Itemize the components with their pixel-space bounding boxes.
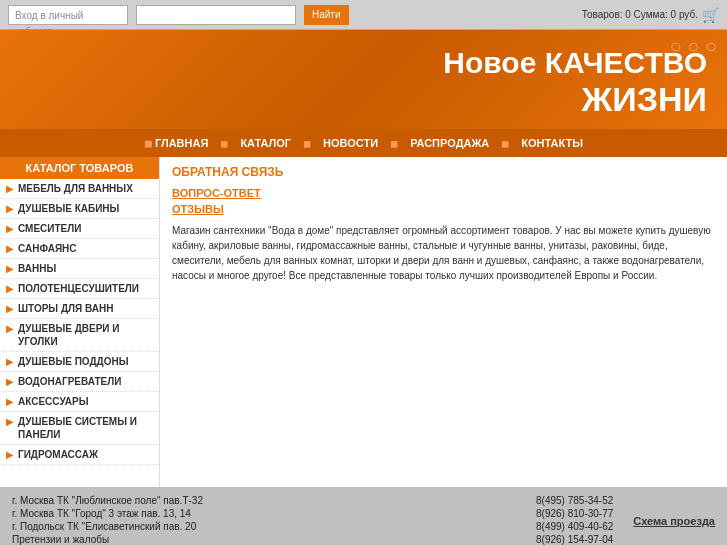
sidebar-item-icon: ▶ [6,356,14,367]
sidebar-item-icon: ▶ [6,416,14,427]
sidebar-item-label: ДУШЕВЫЕ СИСТЕМЫ И ПАНЕЛИ [18,415,153,441]
nav-sep-3: ◼ [390,138,398,149]
main-navigation: ◼ГЛАВНАЯ ◼ КАТАЛОГ ◼ НОВОСТИ ◼ РАСПРОДАЖ… [0,129,727,157]
search-input[interactable] [136,5,296,25]
footer-contacts: г. Москва ТК "Люблинское поле" пав.Т-32 … [12,495,613,545]
sidebar-item-icon: ▶ [6,243,14,254]
sidebar-item-icon: ▶ [6,323,14,334]
sidebar-item-label: ГИДРОМАССАЖ [18,448,98,461]
sidebar-item-label: САНФАЯНС [18,242,77,255]
hero-title: Новое КАЧЕСТВО ЖИЗНИ [20,46,707,119]
sidebar-item-icon: ▶ [6,263,14,274]
sidebar-item-label: МЕБЕЛЬ ДЛЯ ВАННЫХ [18,182,133,195]
phone-2: 8(926) 810-30-77 [536,508,613,519]
sidebar-item-shower-systems[interactable]: ▶ ДУШЕВЫЕ СИСТЕМЫ И ПАНЕЛИ [0,412,159,445]
nav-sep-icon: ◼ [144,138,152,149]
sidebar-item-label: ДУШЕВЫЕ ДВЕРИ И УГОЛКИ [18,322,153,348]
address-4: Претензии и жалобы [12,534,526,545]
sidebar: КАТАЛОГ ТОВАРОВ ▶ МЕБЕЛЬ ДЛЯ ВАННЫХ ▶ ДУ… [0,157,160,487]
sidebar-item-icon: ▶ [6,223,14,234]
footer-row-1: г. Москва ТК "Люблинское поле" пав.Т-32 … [12,495,613,506]
sidebar-item-water-heaters[interactable]: ▶ ВОДОНАГРЕВАТЕЛИ [0,372,159,392]
phone-3: 8(499) 409-40-62 [536,521,613,532]
sidebar-item-towel-rails[interactable]: ▶ ПОЛОТЕНЦЕСУШИТЕЛИ [0,279,159,299]
sidebar-item-label: ДУШЕВЫЕ КАБИНЫ [18,202,119,215]
sidebar-item-shower-cabins[interactable]: ▶ ДУШЕВЫЕ КАБИНЫ [0,199,159,219]
content-area: ОБРАТНАЯ СВЯЗЬ ВОПРОС-ОТВЕТ ОТЗЫВЫ Магаз… [160,157,727,487]
sidebar-item-icon: ▶ [6,283,14,294]
sidebar-item-curtains[interactable]: ▶ ШТОРЫ ДЛЯ ВАНН [0,299,159,319]
content-description: Магазин сантехники "Вода в доме" предста… [172,223,715,283]
sidebar-title: КАТАЛОГ ТОВАРОВ [0,157,159,179]
sidebar-item-mixers[interactable]: ▶ СМЕСИТЕЛИ [0,219,159,239]
sidebar-item-icon: ▶ [6,449,14,460]
cart-info: Товаров: 0 Сумма: 0 руб. 🛒 [582,7,719,23]
sidebar-item-sanfayans[interactable]: ▶ САНФАЯНС [0,239,159,259]
sidebar-item-label: ВОДОНАГРЕВАТЕЛИ [18,375,121,388]
hero-line2: ЖИЗНИ [582,80,707,118]
main-content: КАТАЛОГ ТОВАРОВ ▶ МЕБЕЛЬ ДЛЯ ВАННЫХ ▶ ДУ… [0,157,727,487]
sidebar-item-icon: ▶ [6,396,14,407]
sidebar-item-shower-trays[interactable]: ▶ ДУШЕВЫЕ ПОДДОНЫ [0,352,159,372]
map-link[interactable]: Схема проезда [633,515,715,527]
address-2: г. Москва ТК "Город" 3 этаж пав. 13, 14 [12,508,526,519]
phone-4: 8(926) 154-97-04 [536,534,613,545]
footer: г. Москва ТК "Люблинское поле" пав.Т-32 … [0,487,727,545]
nav-news[interactable]: НОВОСТИ [315,133,386,153]
sidebar-item-label: ШТОРЫ ДЛЯ ВАНН [18,302,113,315]
sidebar-item-baths[interactable]: ▶ ВАННЫ [0,259,159,279]
reviews-link[interactable]: ОТЗЫВЫ [172,203,715,215]
nav-home[interactable]: ◼ГЛАВНАЯ [136,133,216,153]
sidebar-item-icon: ▶ [6,183,14,194]
nav-catalog[interactable]: КАТАЛОГ [232,133,299,153]
faq-link[interactable]: ВОПРОС-ОТВЕТ [172,187,715,199]
hero-banner: ○ ○ ○ Новое КАЧЕСТВО ЖИЗНИ [0,30,727,129]
footer-row-3: г. Подольск ТК "Елисаветинский пав. 20 8… [12,521,613,532]
content-title: ОБРАТНАЯ СВЯЗЬ [172,165,715,179]
footer-row-2: г. Москва ТК "Город" 3 этаж пав. 13, 14 … [12,508,613,519]
phone-1: 8(495) 785-34-52 [536,495,613,506]
cart-icon: 🛒 [702,7,719,23]
address-1: г. Москва ТК "Люблинское поле" пав.Т-32 [12,495,526,506]
search-button[interactable]: Найти [304,5,349,25]
footer-row-4: Претензии и жалобы 8(926) 154-97-04 [12,534,613,545]
nav-sep-1: ◼ [220,138,228,149]
nav-sep-2: ◼ [303,138,311,149]
sidebar-item-label: ДУШЕВЫЕ ПОДДОНЫ [18,355,129,368]
sidebar-item-label: СМЕСИТЕЛИ [18,222,81,235]
sidebar-item-accessories[interactable]: ▶ АКСЕССУАРЫ [0,392,159,412]
sidebar-item-furniture[interactable]: ▶ МЕБЕЛЬ ДЛЯ ВАННЫХ [0,179,159,199]
address-3: г. Подольск ТК "Елисаветинский пав. 20 [12,521,526,532]
nav-contacts[interactable]: КОНТАКТЫ [513,133,591,153]
sidebar-item-icon: ▶ [6,303,14,314]
sidebar-item-label: ВАННЫ [18,262,56,275]
sidebar-item-shower-doors[interactable]: ▶ ДУШЕВЫЕ ДВЕРИ И УГОЛКИ [0,319,159,352]
hero-line1: Новое КАЧЕСТВО [443,46,707,79]
nav-sale[interactable]: РАСПРОДАЖА [402,133,497,153]
cart-text: Товаров: 0 Сумма: 0 руб. [582,9,698,20]
header: Вход в личный кабинет Найти Товаров: 0 С… [0,0,727,30]
sidebar-item-hydromassage[interactable]: ▶ ГИДРОМАССАЖ [0,445,159,465]
sidebar-item-icon: ▶ [6,376,14,387]
nav-sep-4: ◼ [501,138,509,149]
hero-decoration: ○ ○ ○ [670,35,717,58]
sidebar-item-label: АКСЕССУАРЫ [18,395,89,408]
login-input[interactable]: Вход в личный кабинет [8,5,128,25]
sidebar-item-icon: ▶ [6,203,14,214]
sidebar-item-label: ПОЛОТЕНЦЕСУШИТЕЛИ [18,282,139,295]
